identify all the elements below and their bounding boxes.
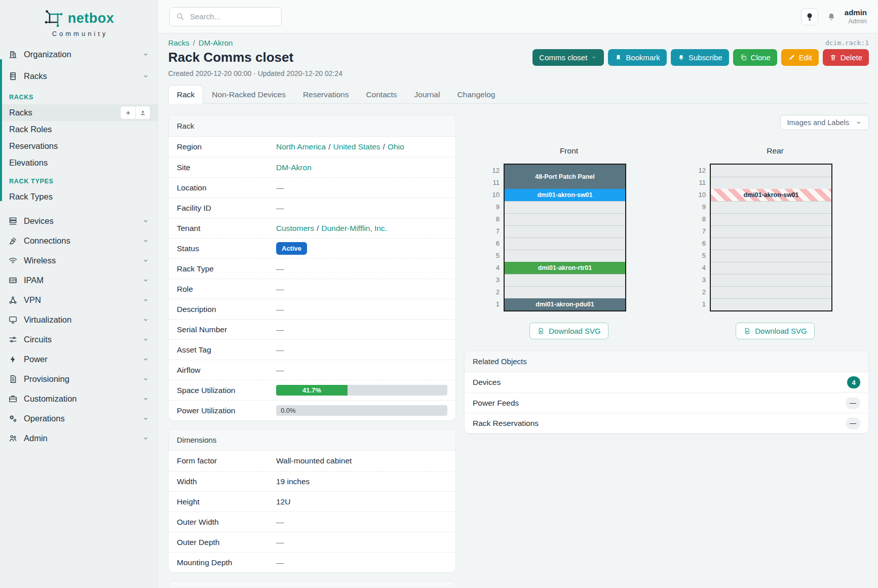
table-row: Outer Width— [169,512,455,532]
table-row: Power Utilization0.0% [169,400,455,420]
topbar-right: admin Admin [801,8,867,25]
add-rack-button[interactable] [120,106,135,120]
theme-toggle-button[interactable] [801,8,818,25]
value-link[interactable]: Dunder-Mifflin, Inc. [321,224,387,233]
sidebar-item-rack-roles[interactable]: Rack Roles [0,121,158,138]
related-object-row[interactable]: Power Feeds— [465,393,868,413]
rack-unit-device[interactable]: dmi01-akron-rtr01 [505,262,625,274]
sidebar-item-vpn[interactable]: VPN [0,290,158,310]
status-dropdown-button[interactable]: Comms closet [532,49,604,66]
subscribe-button[interactable]: Subscribe [671,49,729,66]
rack-unit-empty [711,286,831,298]
value-link[interactable]: Customers [276,224,314,233]
rack-unit-device[interactable]: dmi01-akron-sw01 [505,189,625,201]
value-link[interactable]: North America [276,142,326,151]
table-row: Space Utilization41.7% [169,380,455,400]
user-name: admin [845,8,867,17]
unit-number: 4 [486,262,500,274]
related-object-row[interactable]: Rack Reservations— [465,413,868,433]
breadcrumb-link-racks[interactable]: Racks [168,38,189,47]
breadcrumb-link-site[interactable]: DM-Akron [199,38,233,47]
delete-button[interactable]: Delete [823,49,869,66]
sidebar-item-virtualization[interactable]: Virtualization [0,310,158,330]
elevation-view-select[interactable]: Images and Labels [780,115,869,130]
unit-number: 9 [486,201,500,213]
bookmark-button[interactable]: Bookmark [608,49,667,66]
value-text: Wall-mounted cabinet [276,456,352,465]
notifications-button[interactable] [826,12,836,22]
sidebar-item-admin[interactable]: Admin [0,428,158,448]
chevron-down-icon [142,435,149,442]
chevron-down-icon [142,415,149,422]
sidebar-item-label: Virtualization [24,315,71,325]
related-object-row[interactable]: Devices4 [465,372,868,393]
value-link[interactable]: Ohio [388,142,404,151]
gears-icon [8,414,18,423]
row-label: Rack Type [177,264,276,273]
front-download-svg-button[interactable]: Download SVG [529,323,608,339]
sidebar-item-wireless[interactable]: Wireless [0,251,158,270]
rack-unit-device[interactable]: 48-Port Patch Panel [505,165,625,189]
pencil-icon [788,54,795,61]
sidebar-item-provisioning[interactable]: Provisioning [0,369,158,389]
sidebar-item-elevations[interactable]: Elevations [0,154,158,171]
row-label: Space Utilization [177,386,276,395]
rack-unit-device[interactable]: dmi01-akron-pdu01 [505,298,625,310]
chevron-down-icon [142,277,149,284]
tab-bar: RackNon-Racked DevicesReservationsContac… [168,85,869,104]
unit-number: 2 [486,286,500,298]
sidebar-item-organization[interactable]: Organization [0,44,158,65]
dimensions-panel-title: Dimensions [169,429,455,451]
sidebar-item-connections[interactable]: Connections [0,231,158,251]
rack-unit-empty [505,274,625,286]
sidebar-item-reservations[interactable]: Reservations [0,138,158,154]
edit-button[interactable]: Edit [781,49,819,66]
sidebar-item-circuits[interactable]: Circuits [0,330,158,349]
rear-download-svg-button[interactable]: Download SVG [736,323,815,339]
sidebar-item-rack-types[interactable]: Rack Types [0,188,158,205]
button-label: Subscribe [689,53,722,62]
related-object-label: Power Feeds [473,399,519,408]
unit-number: 9 [693,201,706,213]
table-row: Rack Type— [169,258,455,279]
chevron-down-icon [142,336,149,343]
clone-button[interactable]: Clone [733,49,777,66]
sidebar-item-racks[interactable]: Racks [0,104,158,121]
tab-contacts[interactable]: Contacts [357,85,405,104]
wifi-icon [8,256,18,265]
sidebar-item-devices[interactable]: Devices [0,211,158,231]
tab-changelog[interactable]: Changelog [448,85,504,104]
unit-number: 3 [693,274,706,286]
rack-unit-empty [505,238,625,250]
sidebar-item-ipam[interactable]: IPAM [0,270,158,290]
sidebar-item-power[interactable]: Power [0,349,158,369]
user-menu[interactable]: admin Admin [845,8,867,25]
row-value: 12U [276,497,447,506]
table-row: Role— [169,279,455,299]
button-label: Clone [751,53,771,62]
netbox-logo[interactable]: netbox Community [0,0,158,42]
tab-reservations[interactable]: Reservations [294,85,357,104]
tab-non-racked-devices[interactable]: Non-Racked Devices [203,85,294,104]
empty-value: — [276,518,284,527]
tab-rack[interactable]: Rack [168,85,203,104]
table-row: Serial Number— [169,319,455,339]
sidebar-item-label: IPAM [24,276,44,285]
unit-number: 6 [693,238,706,250]
sidebar-item-customization[interactable]: Customization [0,389,158,409]
sidebar-item-operations[interactable]: Operations [0,409,158,428]
row-value: — [276,264,447,273]
file-download-icon [537,327,545,335]
value-link[interactable]: DM-Akron [276,163,312,172]
rack-unit-device[interactable]: dmi01-akron-sw01 [711,189,831,201]
search-input[interactable] [189,12,275,21]
sidebar-item-label: Racks [9,108,32,117]
main-area: admin Admin Racks/DM-Akron dcim.rack:1 R… [158,0,878,588]
value-link[interactable]: United States [333,142,380,151]
rear-elevation-title: Rear [714,146,836,155]
sidebar-item-racks[interactable]: Racks [0,65,158,87]
tab-journal[interactable]: Journal [406,85,449,104]
unit-number: 12 [693,165,706,177]
import-rack-button[interactable] [135,106,150,120]
sidebar-item-label: Admin [24,434,48,443]
